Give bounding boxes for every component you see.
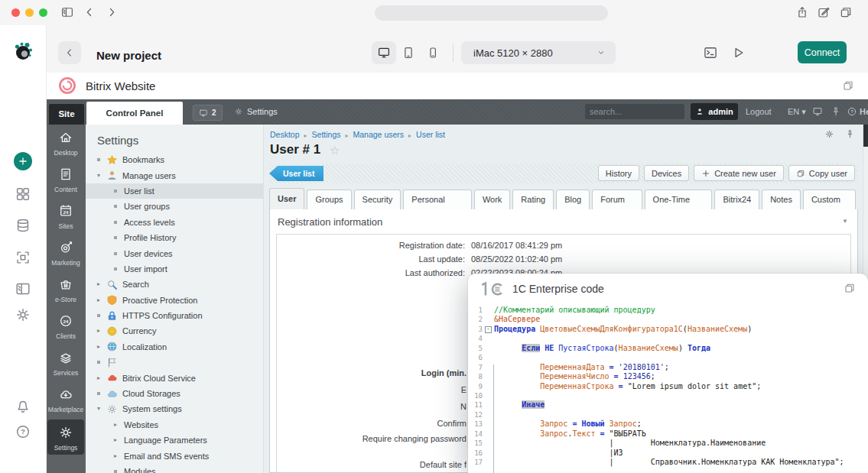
menu-item-user-list[interactable]: User list (86, 183, 263, 199)
device-phone-button[interactable] (421, 41, 445, 64)
menu-item-search[interactable]: ▸Search (86, 277, 263, 292)
menu-item-cloud-storages[interactable]: Cloud Storages (86, 386, 263, 401)
tab-notes[interactable]: Notes (762, 190, 801, 209)
menu-item-1c[interactable] (86, 355, 263, 370)
resolution-dropdown[interactable]: iMac 5120 × 2880 (461, 41, 616, 64)
sidebar-item-clients[interactable]: 24Clients (46, 308, 86, 345)
compose-icon[interactable] (817, 5, 831, 19)
tab-site[interactable]: Site (49, 104, 84, 125)
tab-one-time-password[interactable]: One-Time Password (645, 190, 713, 209)
menu-item-profile-history[interactable]: Profile History (86, 230, 263, 245)
menu-item-https-configuration[interactable]: HTTPS Configuration (86, 308, 263, 323)
device-desktop-button[interactable] (372, 41, 396, 64)
menu-item-modules[interactable]: Modules (86, 464, 263, 473)
sidebar-item-marketplace[interactable]: Marketplace (46, 381, 86, 418)
create-new-user-button[interactable]: Create new user (694, 165, 784, 181)
breadcrumb-link-manage-users[interactable]: Manage users (353, 130, 405, 139)
desktop-view-icon[interactable] (812, 106, 823, 117)
code-editor-body[interactable]: 1//Комментарий описывающий процедуру2&На… (468, 304, 868, 473)
close-window-button[interactable] (11, 8, 20, 17)
tab-blog[interactable]: Blog (556, 190, 590, 209)
tabs-overview-icon[interactable] (839, 5, 853, 19)
zoom-window-button[interactable] (39, 8, 47, 17)
add-project-button[interactable] (14, 152, 32, 170)
user-list-back-button[interactable]: User list (269, 166, 323, 181)
menu-item-access-levels[interactable]: Access levels (86, 215, 263, 230)
tab-forum-profile[interactable]: Forum profile (592, 190, 642, 209)
notifications-bell-icon[interactable] (15, 398, 31, 415)
menu-item-manage-users[interactable]: ▾Manage users (86, 167, 263, 183)
menu-item-email-and-sms-events[interactable]: ▸Email and SMS events (86, 448, 263, 463)
admin-settings-button[interactable]: Settings (234, 107, 278, 116)
tab-custom-fields[interactable]: Custom Fields (803, 190, 856, 209)
help-icon[interactable]: ? (15, 423, 31, 440)
menu-item-user-import[interactable]: User import (86, 261, 263, 277)
help-circle-icon[interactable]: ? (847, 106, 857, 117)
notifications-badge[interactable]: 2 (193, 105, 223, 121)
menu-item-user-groups[interactable]: User groups (86, 199, 263, 214)
admin-search-input[interactable] (585, 107, 703, 116)
line-number: 13 (468, 420, 483, 429)
layout-panel-icon[interactable] (15, 280, 31, 297)
back-button[interactable] (58, 41, 81, 64)
history-back-icon[interactable] (83, 5, 96, 19)
frame-tool-icon[interactable] (15, 249, 31, 266)
device-tablet-button[interactable] (396, 41, 421, 64)
copy-code-icon[interactable] (844, 282, 856, 294)
tab-groups[interactable]: Groups (307, 190, 351, 209)
menu-item-localization[interactable]: ▸Localization (86, 339, 263, 355)
tab-work[interactable]: Work (474, 190, 510, 209)
sidebar-item-e-store[interactable]: e-Store (46, 271, 86, 308)
duplicate-window-icon[interactable] (842, 79, 854, 92)
history-button[interactable]: History (598, 165, 639, 181)
sidebar-item-content[interactable]: Content (46, 161, 86, 198)
menu-item-language-parameters[interactable]: ▸Language Parameters (86, 433, 263, 448)
menu-item-websites[interactable]: ▸Websites (86, 417, 263, 433)
form-pin-icon[interactable] (845, 129, 855, 139)
logout-link[interactable]: Logout (746, 107, 772, 116)
language-dropdown[interactable]: EN ▾ (788, 107, 806, 117)
tab-bitrix24[interactable]: Bitrix24 (714, 190, 759, 209)
history-forward-icon[interactable] (105, 5, 119, 19)
projects-grid-icon[interactable] (15, 186, 31, 202)
tab-user[interactable]: User (269, 188, 304, 210)
breadcrumb-link-settings[interactable]: Settings (312, 130, 341, 139)
tab-personal-information[interactable]: Personal information (403, 190, 472, 209)
menu-item-bitrix-cloud-service[interactable]: ▸Bitrix Cloud Service (86, 370, 263, 385)
tab-security[interactable]: Security (354, 190, 401, 209)
connect-button[interactable]: Connect (798, 41, 847, 63)
fold-column[interactable]: - (483, 325, 494, 334)
breadcrumb-link-user-list[interactable]: User list (416, 130, 445, 139)
help-link[interactable]: Help (860, 107, 868, 116)
form-label-fragment: Default site f (264, 460, 467, 469)
menu-item-currency[interactable]: ▸Currency (86, 323, 263, 339)
terminal-icon[interactable] (703, 45, 718, 60)
pin-icon[interactable] (831, 106, 841, 117)
devices-button[interactable]: Devices (644, 165, 689, 181)
database-icon[interactable] (15, 217, 31, 234)
toggle-sidebar-icon[interactable] (60, 5, 74, 19)
sidebar-item-marketing[interactable]: Marketing (46, 235, 86, 271)
play-icon[interactable] (730, 45, 746, 60)
copy-user-button[interactable]: Copy user (788, 165, 855, 181)
favorite-star-icon[interactable]: ☆ (330, 144, 340, 157)
collapse-section-icon[interactable]: ▼ (842, 218, 848, 225)
menu-item-system-settings[interactable]: ▾System settings (86, 401, 263, 416)
sidebar-item-desktop[interactable]: Desktop (46, 125, 86, 161)
tab-rating[interactable]: Rating (512, 190, 554, 209)
tab-control-panel[interactable]: Control Panel (86, 102, 183, 125)
breadcrumb-link-desktop[interactable]: Desktop (270, 130, 300, 139)
scrollbar-thumb[interactable] (863, 125, 868, 147)
form-settings-icon[interactable] (824, 129, 834, 139)
sidebar-item-services[interactable]: Services (46, 345, 86, 381)
menu-item-proactive-protection[interactable]: ▸Proactive Protection (86, 293, 263, 308)
sidebar-item-sites[interactable]: 24Sites (46, 198, 86, 235)
address-bar[interactable] (375, 5, 608, 21)
minimize-window-button[interactable] (25, 8, 34, 17)
menu-item-user-devices[interactable]: User devices (86, 245, 263, 261)
app-settings-icon[interactable] (15, 306, 31, 323)
menu-item-bookmarks[interactable]: Bookmarks (86, 152, 263, 167)
admin-user-button[interactable]: admin (691, 103, 738, 120)
share-icon[interactable] (795, 5, 809, 19)
sidebar-item-settings[interactable]: Settings (47, 420, 84, 455)
